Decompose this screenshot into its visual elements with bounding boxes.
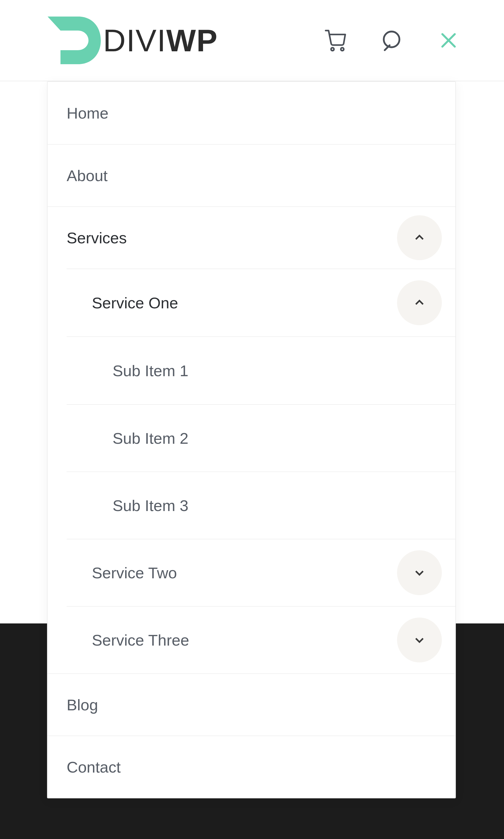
nav-item-label: About (67, 167, 436, 185)
logo-mark-icon (45, 17, 101, 64)
nav-item-sub-3[interactable]: Sub Item 3 (67, 472, 455, 539)
close-icon[interactable] (438, 30, 459, 51)
nav-item-sub-1[interactable]: Sub Item 1 (67, 337, 455, 404)
expand-toggle[interactable] (397, 550, 442, 595)
logo-text-wp: WP (166, 22, 218, 58)
nav-item-label: Contact (67, 758, 436, 776)
nav-item-label: Sub Item 3 (112, 496, 436, 515)
nav-item-service-two[interactable]: Service Two (67, 539, 455, 606)
cart-icon[interactable] (324, 29, 347, 52)
nav-sub-services: Service One Sub Item 1 Sub Item 2 Sub It… (67, 269, 455, 673)
nav-item-label: Home (67, 104, 436, 122)
chevron-up-icon (413, 296, 426, 309)
nav-item-label: Sub Item 2 (112, 429, 436, 447)
nav-item-service-one[interactable]: Service One (67, 269, 455, 337)
chevron-down-icon (413, 566, 426, 579)
nav-item-blog[interactable]: Blog (48, 673, 455, 736)
mobile-menu-panel: Home About Services Service One Sub Item… (47, 81, 456, 798)
collapse-toggle[interactable] (397, 280, 442, 325)
page: DIVIWP (0, 0, 504, 81)
site-logo[interactable]: DIVIWP (45, 17, 218, 64)
nav-item-about[interactable]: About (48, 144, 455, 206)
nav-item-sub-2[interactable]: Sub Item 2 (67, 404, 455, 472)
chevron-up-icon (413, 232, 426, 244)
nav-item-label: Blog (67, 696, 436, 714)
site-header: DIVIWP (0, 0, 504, 81)
header-actions (324, 29, 459, 52)
svg-point-1 (341, 48, 344, 51)
svg-point-0 (331, 48, 334, 51)
svg-point-2 (384, 32, 399, 47)
nav-item-services[interactable]: Services (48, 206, 455, 269)
nav-item-service-three[interactable]: Service Three (67, 606, 455, 673)
search-icon[interactable] (381, 29, 404, 52)
nav-sub-service-one: Sub Item 1 Sub Item 2 Sub Item 3 (67, 337, 455, 539)
nav-item-label: Service One (92, 294, 397, 312)
nav-item-label: Service Two (92, 564, 397, 582)
nav-item-label: Service Three (92, 631, 397, 649)
expand-toggle[interactable] (397, 618, 442, 663)
nav-item-label: Sub Item 1 (112, 362, 436, 380)
nav-item-home[interactable]: Home (48, 82, 455, 144)
logo-text: DIVIWP (103, 22, 218, 58)
chevron-down-icon (413, 634, 426, 646)
nav-item-contact[interactable]: Contact (48, 736, 455, 798)
collapse-toggle[interactable] (397, 215, 442, 260)
logo-text-divi: DIVI (103, 22, 166, 58)
nav-item-label: Services (67, 229, 397, 247)
